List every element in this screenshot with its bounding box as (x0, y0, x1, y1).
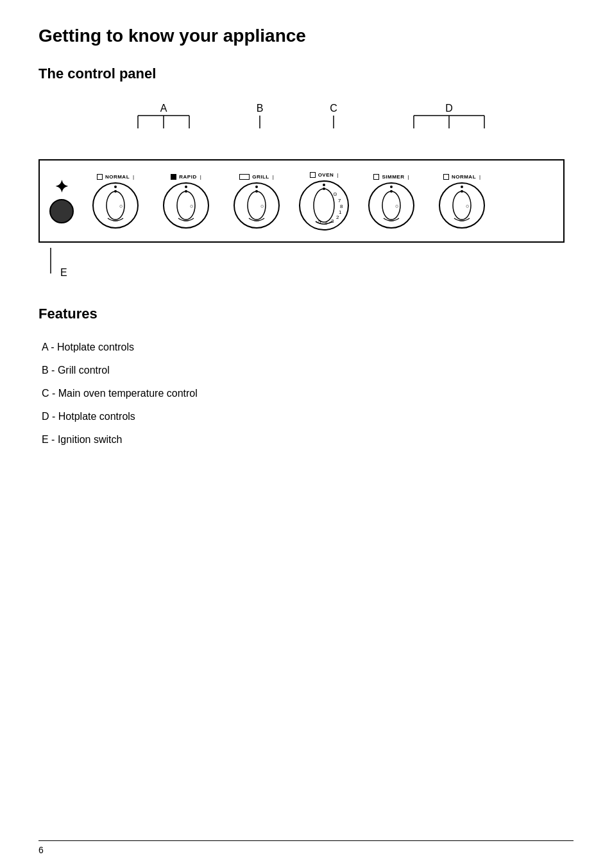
control-panel-box: ✦ NORMAL | (38, 159, 565, 243)
page-container: Getting to know your appliance The contr… (0, 0, 612, 496)
knob-svg-1: ○ (96, 186, 135, 225)
svg-point-30 (390, 190, 393, 193)
knob-dash-3: | (273, 174, 274, 180)
knob-indicator-4 (310, 172, 316, 178)
knob-indicator-3 (239, 174, 250, 180)
feature-item-D: D - Hotplate controls (38, 411, 574, 422)
knob-indicator-1 (97, 174, 103, 180)
feature-item-A: A - Hotplate controls (38, 342, 574, 353)
page-number: 6 (38, 845, 44, 855)
page-footer: 6 (38, 840, 574, 855)
label-D: D (445, 103, 453, 114)
svg-point-14 (185, 190, 187, 193)
knob-outer-3[interactable]: ○ (234, 182, 280, 229)
features-list: A - Hotplate controls B - Grill control … (38, 342, 574, 446)
knob-group-5: SIMMER | ○ (359, 174, 423, 229)
spark-icon: ✦ (55, 178, 69, 195)
svg-text:3: 3 (331, 218, 334, 224)
svg-text:7: 7 (338, 198, 341, 204)
svg-point-17 (255, 190, 258, 193)
knob-dot-6 (461, 186, 463, 188)
svg-text:○: ○ (260, 203, 264, 209)
svg-text:8: 8 (340, 204, 343, 209)
svg-text:2: 2 (336, 214, 339, 220)
label-C: C (330, 103, 337, 114)
bracket-svg: A B C D (38, 101, 565, 159)
control-panel-title: The control panel (38, 65, 574, 82)
knob-dash-5: | (407, 174, 409, 180)
knob-indicator-5 (373, 174, 379, 180)
knob-outer-6[interactable]: ○ (439, 182, 485, 229)
features-section: Features A - Hotplate controls B - Grill… (38, 306, 574, 446)
label-A: A (160, 103, 167, 114)
knob-group-6: NORMAL | ○ (430, 174, 494, 229)
diagram-wrapper: A B C D (38, 101, 574, 280)
knob-label-row-1: NORMAL | (97, 174, 134, 180)
label-E-line (41, 248, 60, 280)
knob-svg-6: ○ (443, 186, 481, 225)
feature-item-C: C - Main oven temperature control (38, 388, 574, 399)
knob-label-text-1: NORMAL (105, 174, 130, 180)
knob-group-2: RAPID | ○ (154, 174, 218, 229)
main-title: Getting to know your appliance (38, 26, 574, 46)
diagram-svg-container: A B C D (38, 101, 565, 280)
knob-dash-4: | (337, 172, 338, 178)
knob-dash-6: | (479, 174, 480, 180)
knob-dot-3 (255, 186, 258, 188)
svg-text:○: ○ (466, 203, 469, 209)
knob-outer-1[interactable]: ○ (92, 182, 139, 229)
feature-item-B: B - Grill control (38, 365, 574, 376)
svg-point-11 (114, 190, 117, 193)
knob-svg-4: ⊙ 7 8 1 2 3 4 5 (302, 183, 346, 228)
knob-group-3: GRILL | ○ (225, 174, 289, 229)
svg-text:○: ○ (395, 203, 398, 209)
knob-dot-5 (390, 186, 393, 188)
feature-item-E: E - Ignition switch (38, 434, 574, 446)
knob-dash-2: | (200, 174, 201, 180)
ignition-symbol: ✦ (49, 178, 74, 223)
svg-point-33 (461, 190, 463, 193)
knob-label-text-3: GRILL (252, 174, 269, 180)
knob-group-1: NORMAL | ○ (83, 174, 148, 229)
svg-text:○: ○ (190, 203, 193, 209)
svg-text:⊙: ⊙ (333, 191, 337, 197)
knob-svg-2: ○ (167, 186, 205, 225)
ignition-button[interactable] (49, 199, 74, 223)
svg-text:○: ○ (119, 203, 123, 209)
knob-label-row-5: SIMMER | (373, 174, 409, 180)
knob-label-text-5: SIMMER (382, 174, 404, 180)
knob-indicator-2 (171, 174, 176, 180)
knob-label-row-4: OVEN | (310, 172, 339, 178)
knob-dot-4 (323, 184, 325, 186)
knob-label-row-6: NORMAL | (443, 174, 480, 180)
knob-outer-2[interactable]: ○ (163, 182, 209, 229)
svg-text:1: 1 (339, 209, 342, 215)
knob-dot-1 (114, 186, 117, 188)
label-E: E (60, 267, 67, 279)
knob-svg-3: ○ (237, 186, 276, 225)
knob-dash-1: | (133, 174, 134, 180)
label-E-container: E (41, 248, 565, 280)
svg-point-19 (314, 189, 334, 222)
knob-label-text-2: RAPID (179, 174, 196, 180)
knob-label-text-6: NORMAL (452, 174, 476, 180)
knob-svg-5: ○ (372, 186, 411, 225)
features-title: Features (38, 306, 574, 322)
knob-outer-5[interactable]: ○ (368, 182, 414, 229)
knob-label-row-2: RAPID | (171, 174, 201, 180)
knob-dot-2 (185, 186, 187, 188)
label-B: B (257, 103, 264, 114)
knob-label-row-3: GRILL | (239, 174, 274, 180)
svg-text:4: 4 (325, 220, 328, 226)
knob-group-4: OVEN | ⊙ 7 8 1 2 3 (295, 172, 353, 230)
knob-outer-4[interactable]: ⊙ 7 8 1 2 3 4 5 (299, 180, 349, 230)
knob-label-text-4: OVEN (318, 172, 334, 178)
svg-point-28 (323, 187, 325, 190)
knob-indicator-6 (443, 174, 449, 180)
